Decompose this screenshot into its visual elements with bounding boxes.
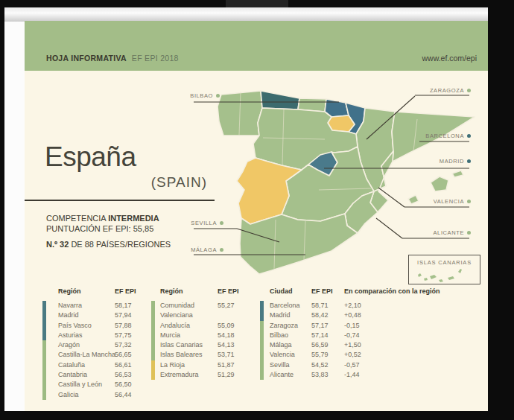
row-color-bar: [260, 321, 264, 331]
row-color-bar: [151, 321, 155, 331]
row-name: Madrid: [270, 311, 311, 320]
table-row: Barcelona58,71+2,10: [260, 301, 440, 311]
city-label-text: SEVILLA: [191, 220, 217, 226]
row-score: 53,83: [311, 370, 344, 380]
row-diff: -1,44: [344, 370, 360, 380]
row-name: Málaga: [270, 340, 311, 350]
row-name: Castilla-La Mancha: [58, 350, 115, 360]
table-row: Islas Baleares53,71: [151, 350, 250, 360]
city-label-text: VALENCIA: [434, 198, 464, 205]
city-dot: [220, 248, 223, 252]
table-row: Asturias57,75: [42, 331, 147, 340]
city-label-alicante: ALICANTE: [416, 229, 471, 236]
table-header: RegiónEF EPI: [42, 287, 147, 295]
rank-value: N.º 32: [46, 240, 69, 249]
row-name: Bilbao: [270, 331, 311, 340]
row-score: 56,59: [311, 340, 344, 350]
row-name: Cantabria: [58, 370, 115, 380]
column-header-efepi: EF EPI: [311, 287, 344, 295]
island-mallorca: [431, 176, 448, 191]
row-score: 51,29: [218, 370, 250, 380]
row-color-bar: [151, 370, 155, 380]
table-row: Alicante53,83-1,44: [260, 370, 440, 380]
city-label-sevilla: SEVILLA: [179, 220, 223, 226]
row-color-bar: [260, 350, 264, 360]
row-color-bar: [42, 360, 46, 370]
row-color-bar: [42, 350, 46, 360]
row-name: Madrid: [58, 311, 115, 320]
row-color-bar: [151, 350, 155, 360]
row-color-bar: [42, 311, 46, 320]
city-label-text: MÁLAGA: [191, 246, 217, 253]
row-score: 53,71: [218, 350, 250, 360]
banner-title-regular: EF EPI 2018: [132, 54, 179, 63]
banner-url-link[interactable]: www.ef.com/epi: [422, 54, 477, 63]
country-stats: COMPETENCIA INTERMEDIA PUNTUACIÓN EF EPI…: [46, 213, 171, 249]
row-name: Islas Canarias: [160, 340, 218, 350]
table-row: Castilla y León56,50: [42, 380, 147, 389]
city-label-text: MADRID: [440, 158, 464, 165]
table-row: Galicia56,44: [42, 390, 147, 400]
row-score: 58,71: [311, 301, 344, 311]
city-dot: [467, 89, 471, 92]
rank-line: N.º 32 DE 88 PAÍSES/REGIONES: [46, 239, 171, 249]
row-color-bar: [42, 331, 46, 340]
table-regions-bottom: RegiónEF EPI Comunidad Valenciana55,27An…: [151, 287, 250, 380]
row-name: Andalucía: [160, 321, 218, 331]
row-diff: -0,15: [344, 321, 360, 331]
table-row: Zaragoza57,17-0,15: [260, 321, 440, 331]
row-color-bar: [42, 340, 46, 350]
banner-title: HOJA INFORMATIVAEF EPI 2018: [46, 54, 179, 63]
row-score: 55,79: [311, 350, 344, 360]
row-name: Comunidad Valenciana: [160, 301, 218, 321]
table-row: Andalucía55,09: [151, 321, 250, 331]
row-name: Sevilla: [270, 360, 311, 370]
row-score: 55,27: [218, 301, 250, 311]
city-dot: [467, 200, 471, 203]
page-top-gradient: [4, 7, 488, 22]
row-score: 57,17: [311, 321, 344, 331]
row-name: Alicante: [270, 370, 311, 380]
row-score: 58,42: [311, 311, 344, 320]
table-regions-top: RegiónEF EPI Navarra58,17Madrid57,94País…: [42, 287, 147, 400]
row-color-bar: [42, 390, 46, 400]
row-score: 54,13: [218, 340, 250, 350]
city-label-text: ZARAGOZA: [430, 87, 464, 94]
banner-title-bold: HOJA INFORMATIVA: [46, 54, 127, 63]
canarias-inset-label: ISLAS CANARIAS: [409, 259, 480, 266]
table-row: Islas Canarias54,13: [151, 340, 250, 350]
city-label-text: BARCELONA: [425, 133, 464, 139]
row-color-bar: [151, 331, 155, 340]
city-dot: [216, 94, 220, 98]
row-name: Zaragoza: [270, 321, 311, 331]
rank-suffix: DE 88 PAÍSES/REGIONES: [71, 240, 171, 249]
canarias-inset: ISLAS CANARIAS: [408, 255, 480, 284]
canarias-island: [439, 279, 443, 282]
canarias-island: [448, 276, 454, 280]
row-diff: +1,50: [344, 340, 361, 350]
row-color-bar: [151, 301, 155, 321]
row-name: La Rioja: [160, 360, 218, 370]
row-score: 58,17: [115, 301, 147, 311]
row-color-bar: [260, 370, 264, 380]
island-menorca: [452, 171, 463, 177]
city-label-bilbao: BILBAO: [179, 92, 220, 99]
column-header-region: Región: [58, 287, 115, 295]
table-cities: CiudadEF EPIEn comparación con la región…: [260, 287, 440, 380]
city-dot: [467, 159, 471, 163]
column-header-region: Región: [160, 287, 218, 295]
row-score: 57,14: [311, 331, 344, 340]
competencia-value: INTERMEDIA: [108, 214, 159, 223]
row-color-bar: [42, 380, 46, 389]
row-score: 55,09: [218, 321, 250, 331]
row-score: 57,88: [115, 321, 147, 331]
table-row: Cantabria56,53: [42, 370, 147, 380]
row-name: Navarra: [58, 301, 115, 311]
row-name: Cataluña: [58, 360, 115, 370]
row-score: 57,32: [115, 340, 147, 350]
row-name: Asturias: [58, 331, 115, 340]
city-label-malaga: MÁLAGA: [179, 246, 223, 253]
city-dot: [467, 134, 471, 138]
column-header-efepi: EF EPI: [115, 287, 147, 295]
city-label-text: BILBAO: [190, 92, 213, 99]
